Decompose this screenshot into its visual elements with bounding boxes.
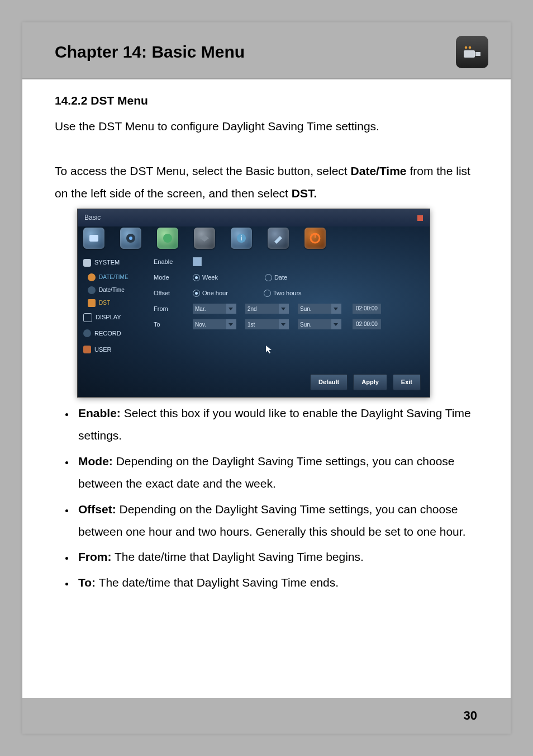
to-time-field[interactable]: 02:00:00	[353, 319, 381, 329]
cursor-icon	[265, 345, 422, 358]
dst-form: Enable Mode Week Date Offset One hour	[141, 251, 430, 368]
mode-week-radio[interactable]: Week	[193, 272, 218, 284]
description-list: Enable: Select this box if you would lik…	[75, 402, 478, 594]
to-month-dropdown[interactable]: Nov.	[193, 319, 236, 329]
user-icon	[83, 346, 91, 353]
sidebar-item-record[interactable]: RECORD	[81, 325, 141, 342]
toolbar-icon-6[interactable]	[268, 228, 289, 249]
sidebar-item-date-time-header[interactable]: DATE/TIME	[85, 271, 141, 284]
label-to: To	[154, 319, 187, 330]
chapter-bar: Chapter 14: Basic Menu	[22, 22, 511, 79]
bullet-mode: Mode: Depending on the Daylight Saving T…	[75, 450, 478, 495]
to-day-dropdown[interactable]: Sun.	[298, 319, 341, 329]
close-icon[interactable]	[417, 215, 423, 221]
bullet-from-text: The date/time that Daylight Saving Time …	[112, 550, 364, 563]
svg-point-7	[163, 234, 172, 243]
bullet-to: To: The date/time that Daylight Saving T…	[75, 571, 478, 594]
offset-one-text: One hour	[202, 287, 228, 299]
section-heading: 14.2.2 DST Menu	[55, 89, 478, 112]
offset-two-text: Two hours	[273, 287, 302, 299]
svg-text:i: i	[241, 234, 242, 242]
bullet-enable: Enable: Select this box if you would lik…	[75, 402, 478, 447]
label-enable: Enable	[154, 256, 187, 268]
sidebar: SYSTEM DATE/TIME Date/Time DST	[78, 251, 141, 368]
sidebar-item-user[interactable]: USER	[81, 342, 141, 358]
radio-icon	[193, 290, 200, 297]
bullet-icon	[88, 299, 96, 307]
sidebar-label-record: RECORD	[94, 328, 121, 339]
svg-rect-2	[464, 50, 475, 58]
display-icon	[83, 313, 92, 322]
access-dst: DST.	[292, 187, 317, 200]
sidebar-label-date-time: Date/Time	[99, 285, 125, 295]
access-date-time: Date/Time	[351, 164, 407, 177]
radio-icon	[265, 274, 272, 281]
from-time-field[interactable]: 02:00:00	[353, 304, 381, 314]
to-ordinal-dropdown[interactable]: 1st	[245, 319, 289, 329]
exit-button[interactable]: Exit	[393, 374, 421, 390]
window-titlebar: Basic	[78, 209, 430, 226]
radio-icon	[193, 274, 200, 281]
toolbar-icon-5[interactable]: i	[231, 228, 252, 249]
svg-point-0	[465, 46, 468, 49]
window-title: Basic	[84, 211, 101, 224]
intro-text: Use the DST Menu to configure Daylight S…	[55, 115, 478, 138]
sidebar-item-date-time[interactable]: Date/Time	[85, 284, 141, 296]
radio-icon	[264, 290, 271, 297]
from-day-dropdown[interactable]: Sun.	[298, 304, 341, 314]
toolbar: i	[78, 226, 430, 251]
offset-one-radio[interactable]: One hour	[193, 287, 228, 299]
label-offset: Offset	[154, 287, 187, 299]
mode-week-text: Week	[202, 272, 218, 284]
bullet-from: From: The date/time that Daylight Saving…	[75, 546, 478, 568]
toolbar-icon-3[interactable]	[157, 228, 178, 249]
toolbar-icon-1[interactable]	[83, 228, 104, 249]
toolbar-icon-7[interactable]	[304, 228, 326, 249]
gear-icon	[83, 259, 91, 267]
bullet-enable-label: Enable:	[78, 407, 121, 419]
bullet-from-label: From:	[78, 550, 112, 563]
sidebar-label-user: USER	[94, 344, 112, 356]
bullet-offset: Offset: Depending on the Daylight Saving…	[75, 498, 478, 543]
chapter-title: Chapter 14: Basic Menu	[55, 42, 245, 62]
label-from: From	[154, 303, 187, 315]
record-icon	[83, 329, 91, 337]
svg-marker-8	[200, 235, 209, 242]
bullet-to-text: The date/time that Daylight Saving Time …	[96, 576, 339, 589]
access-instructions: To access the DST Menu, select the Basic…	[55, 160, 478, 205]
svg-point-6	[129, 237, 132, 240]
sidebar-item-display[interactable]: DISPLAY	[81, 309, 141, 325]
label-mode: Mode	[154, 272, 187, 284]
clock-icon	[88, 273, 96, 281]
from-month-dropdown[interactable]: Mar.	[193, 304, 236, 314]
bullet-offset-label: Offset:	[78, 503, 116, 516]
sidebar-label-date-time-header: DATE/TIME	[99, 272, 129, 282]
dst-menu-screenshot: Basic i SYSTEM	[77, 209, 430, 398]
bullet-enable-text: Select this box if you would like to ena…	[78, 407, 471, 442]
mode-date-text: Date	[274, 272, 287, 284]
camera-icon	[456, 36, 488, 68]
toolbar-icon-2[interactable]	[120, 228, 141, 249]
toolbar-icon-4[interactable]	[194, 228, 215, 249]
svg-rect-4	[89, 235, 98, 242]
sidebar-item-system[interactable]: SYSTEM	[81, 254, 141, 271]
sidebar-item-dst[interactable]: DST	[85, 296, 141, 309]
page-footer: 30	[22, 698, 511, 734]
offset-two-radio[interactable]: Two hours	[264, 287, 302, 299]
bullet-mode-label: Mode:	[78, 455, 113, 467]
mode-date-radio[interactable]: Date	[265, 272, 287, 284]
svg-point-1	[469, 46, 472, 49]
default-button[interactable]: Default	[310, 374, 348, 390]
svg-rect-12	[315, 233, 316, 238]
access-pre: To access the DST Menu, select the Basic…	[55, 164, 351, 177]
bullet-mode-text: Depending on the Daylight Saving Time se…	[78, 455, 455, 490]
from-ordinal-dropdown[interactable]: 2nd	[245, 304, 289, 314]
bullet-offset-text: Depending on the Daylight Saving Time se…	[78, 503, 465, 538]
svg-rect-3	[475, 52, 480, 56]
sidebar-label-system: SYSTEM	[94, 257, 120, 268]
page-number: 30	[464, 708, 477, 723]
sidebar-label-dst: DST	[99, 297, 110, 308]
apply-button[interactable]: Apply	[353, 374, 387, 390]
sidebar-label-display: DISPLAY	[96, 311, 121, 323]
enable-checkbox[interactable]	[193, 257, 202, 266]
